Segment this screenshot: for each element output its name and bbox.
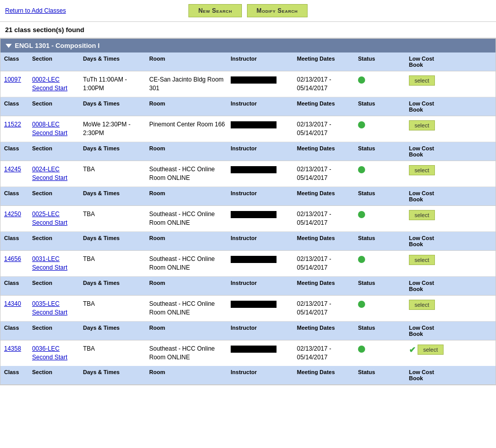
second-start-link[interactable]: Second Start bbox=[32, 219, 80, 227]
select-button[interactable]: select bbox=[409, 255, 435, 265]
col-header-class: Class bbox=[3, 55, 31, 69]
section-link[interactable]: 0025-LEC bbox=[32, 210, 80, 219]
col-header-low_cost_book: Low Cost Book bbox=[407, 55, 440, 69]
section-block: ClassSectionDays & TimesRoomInstructorMe… bbox=[1, 142, 495, 187]
status-dot-icon bbox=[358, 211, 365, 218]
col-header-days_times: Days & Times bbox=[81, 99, 148, 114]
col-header-status: Status bbox=[356, 189, 407, 203]
collapse-triangle-icon[interactable] bbox=[6, 44, 12, 48]
second-start-link[interactable]: Second Start bbox=[32, 129, 80, 138]
last-col-headers: Class Section Days & Times Room Instruct… bbox=[1, 366, 495, 385]
select-button[interactable]: select bbox=[409, 165, 435, 175]
col-header-class: Class bbox=[3, 234, 31, 248]
status-dot-icon bbox=[358, 166, 365, 173]
modify-search-button[interactable]: Modify Search bbox=[247, 4, 308, 17]
room-cell: Southeast - HCC Online Room ONLINE bbox=[148, 164, 229, 183]
instructor-redacted bbox=[231, 166, 277, 173]
second-start-link[interactable]: Second Start bbox=[32, 353, 80, 362]
class-id-link[interactable]: 14250 bbox=[4, 210, 21, 218]
class-id-link[interactable]: 10097 bbox=[4, 76, 21, 83]
col-header-meeting_dates: Meeting Dates bbox=[295, 144, 356, 159]
section-col-headers-4: ClassSectionDays & TimesRoomInstructorMe… bbox=[1, 232, 495, 251]
return-to-add-classes-link[interactable]: Return to Add Classes bbox=[5, 7, 66, 14]
col-header-class: Class bbox=[3, 279, 31, 293]
section-link[interactable]: 0036-LEC bbox=[32, 345, 80, 353]
instructor-redacted bbox=[231, 211, 277, 218]
last-col-room: Room bbox=[148, 368, 229, 382]
new-search-button[interactable]: New Search bbox=[188, 4, 241, 17]
course-title: ENGL 1301 - Composition I bbox=[15, 42, 100, 49]
second-start-link[interactable]: Second Start bbox=[32, 263, 80, 272]
meeting-dates-cell: 02/13/2017 - 05/14/2017 bbox=[295, 344, 356, 363]
col-header-room: Room bbox=[148, 55, 229, 69]
status-dot-icon bbox=[358, 256, 365, 263]
col-header-class: Class bbox=[3, 189, 31, 203]
select-button[interactable]: select bbox=[409, 300, 435, 310]
col-header-days_times: Days & Times bbox=[81, 144, 148, 159]
section-col-headers-5: ClassSectionDays & TimesRoomInstructorMe… bbox=[1, 277, 495, 296]
class-id-cell: 10097 bbox=[3, 74, 31, 85]
select-button[interactable]: select bbox=[409, 210, 435, 220]
second-start-link[interactable]: Second Start bbox=[32, 174, 80, 182]
room-cell: Southeast - HCC Online Room ONLINE bbox=[148, 344, 229, 363]
col-header-low_cost_book: Low Cost Book bbox=[407, 99, 440, 114]
section-link[interactable]: 0035-LEC bbox=[32, 300, 80, 308]
class-id-link[interactable]: 14340 bbox=[4, 300, 21, 307]
col-header-low_cost_book: Low Cost Book bbox=[407, 234, 440, 248]
select-button[interactable]: select bbox=[409, 75, 435, 86]
instructor-cell bbox=[229, 254, 295, 265]
select-button[interactable]: select bbox=[418, 345, 444, 355]
course-header: ENGL 1301 - Composition I bbox=[1, 39, 495, 52]
col-header-instructor: Instructor bbox=[229, 55, 295, 69]
col-header-status: Status bbox=[356, 144, 407, 159]
col-header-days_times: Days & Times bbox=[81, 324, 148, 338]
status-dot-icon bbox=[358, 76, 365, 84]
col-header-room: Room bbox=[148, 324, 229, 338]
last-col-status: Status bbox=[356, 368, 407, 382]
col-header-section: Section bbox=[31, 234, 81, 248]
col-header-low_cost_book: Low Cost Book bbox=[407, 324, 440, 338]
section-link[interactable]: 0031-LEC bbox=[32, 255, 80, 263]
room-cell: Southeast - HCC Online Room ONLINE bbox=[148, 299, 229, 318]
class-id-link[interactable]: 14656 bbox=[4, 255, 21, 262]
class-id-link[interactable]: 14245 bbox=[4, 166, 21, 173]
low-cost-book-cell: select bbox=[407, 74, 440, 87]
section-link[interactable]: 0008-LEC bbox=[32, 120, 80, 129]
section-col-headers-0: ClassSectionDays & TimesRoomInstructorMe… bbox=[1, 52, 495, 71]
section-link[interactable]: 0024-LEC bbox=[32, 165, 80, 174]
table-row: 143400035-LECSecond StartTBASoutheast - … bbox=[1, 296, 495, 321]
col-header-room: Room bbox=[148, 144, 229, 159]
status-cell bbox=[356, 299, 407, 311]
col-header-meeting_dates: Meeting Dates bbox=[295, 55, 356, 69]
instructor-cell bbox=[229, 164, 295, 175]
class-id-link[interactable]: 14358 bbox=[4, 345, 21, 352]
section-link[interactable]: 0002-LEC bbox=[32, 75, 80, 84]
status-dot-icon bbox=[358, 346, 365, 353]
col-header-status: Status bbox=[356, 99, 407, 114]
second-start-link[interactable]: Second Start bbox=[32, 308, 80, 317]
col-header-meeting_dates: Meeting Dates bbox=[295, 279, 356, 293]
last-col-meeting-dates: Meeting Dates bbox=[295, 368, 356, 382]
select-button[interactable]: select bbox=[409, 120, 435, 130]
col-header-instructor: Instructor bbox=[229, 189, 295, 203]
col-header-section: Section bbox=[31, 279, 81, 293]
col-header-status: Status bbox=[356, 324, 407, 338]
status-cell bbox=[356, 254, 407, 267]
section-col-headers-2: ClassSectionDays & TimesRoomInstructorMe… bbox=[1, 142, 495, 161]
col-header-status: Status bbox=[356, 279, 407, 293]
col-header-days_times: Days & Times bbox=[81, 234, 148, 248]
second-start-link[interactable]: Second Start bbox=[32, 84, 80, 93]
instructor-redacted bbox=[231, 256, 277, 263]
top-bar: Return to Add Classes New Search Modify … bbox=[0, 0, 496, 22]
top-bar-center: New Search Modify Search bbox=[127, 4, 370, 17]
class-id-cell: 14656 bbox=[3, 254, 31, 265]
col-header-days_times: Days & Times bbox=[81, 189, 148, 203]
col-header-instructor: Instructor bbox=[229, 324, 295, 338]
col-header-class: Class bbox=[3, 99, 31, 114]
col-header-low_cost_book: Low Cost Book bbox=[407, 144, 440, 159]
section-cell: 0024-LECSecond Start bbox=[31, 164, 81, 183]
status-cell bbox=[356, 74, 407, 87]
class-id-link[interactable]: 11522 bbox=[4, 121, 21, 128]
table-row: 146560031-LECSecond StartTBASoutheast - … bbox=[1, 251, 495, 276]
days-times-cell: TBA bbox=[81, 344, 148, 354]
